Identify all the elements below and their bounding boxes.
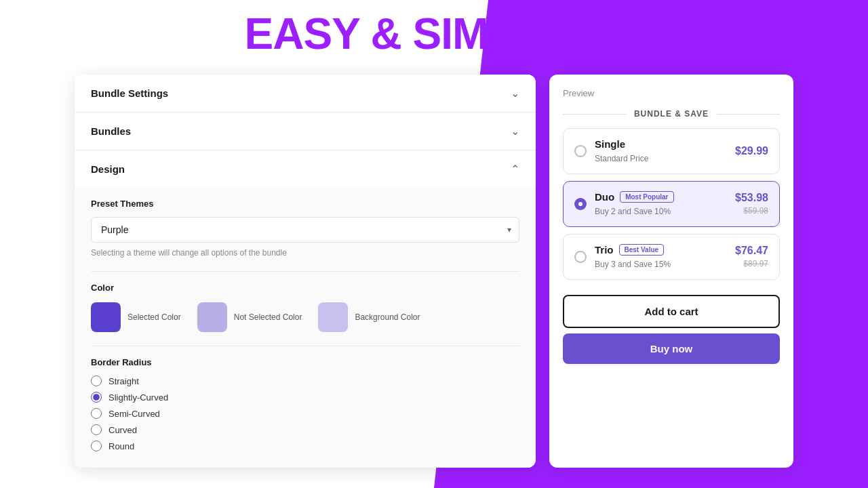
title-black: EASY &: [245, 9, 413, 58]
not-selected-color-item: Not Selected Color: [197, 302, 302, 332]
page-title: EASY & SIMPLE UI: [245, 9, 624, 59]
not-selected-color-label: Not Selected Color: [234, 312, 302, 322]
design-chevron: ⌃: [511, 163, 519, 176]
bundle-price-trio: $76.47 $89.97: [735, 245, 768, 269]
divider-2: [91, 346, 519, 346]
bundle-price-duo: $53.98 $59.98: [735, 192, 768, 216]
bundle-option-duo[interactable]: Duo Most Popular Buy 2 and Save 10% $53.…: [563, 181, 780, 227]
buy-now-button[interactable]: Buy now: [563, 333, 780, 364]
bundle-name-duo: Duo: [595, 191, 614, 203]
right-panel: Preview BUNDLE & SAVE Single Standard Pr…: [549, 75, 793, 468]
bundle-badge-best-value: Best Value: [619, 244, 665, 256]
bundle-settings-header[interactable]: Bundle Settings ⌄: [75, 75, 536, 112]
radio-semi-curved-label: Semi-Curved: [108, 409, 160, 419]
theme-hint: Selecting a theme will change all option…: [91, 248, 519, 258]
background-color-item: Background Color: [318, 302, 420, 332]
bundle-price-single: $29.99: [735, 145, 768, 157]
preset-themes-label: Preset Themes: [91, 199, 519, 209]
radio-curved[interactable]: Curved: [91, 424, 519, 435]
bundle-price-current-duo: $53.98: [735, 192, 768, 204]
bundle-save-title: BUNDLE & SAVE: [634, 109, 709, 119]
design-label: Design: [91, 163, 125, 175]
selected-color-swatch[interactable]: [91, 302, 121, 332]
bundles-label: Bundles: [91, 125, 131, 137]
radio-straight-label: Straight: [108, 376, 139, 386]
bundles-section: Bundles ⌄: [75, 113, 536, 150]
radio-semi-curved[interactable]: Semi-Curved: [91, 408, 519, 419]
bundle-info-trio: Trio Best Value Buy 3 and Save 15%: [595, 244, 727, 270]
design-header[interactable]: Design ⌃: [75, 150, 536, 188]
bundle-price-current-trio: $76.47: [735, 245, 768, 257]
radio-round-input[interactable]: [91, 441, 102, 451]
border-radius-section: Border Radius Straight Slightly-Curved: [91, 357, 519, 451]
preview-label: Preview: [563, 88, 780, 98]
bundle-badge-most-popular: Most Popular: [620, 191, 673, 203]
bundle-save-line-right: [717, 114, 780, 115]
bundle-info-duo: Duo Most Popular Buy 2 and Save 10%: [595, 191, 727, 217]
radio-semi-curved-input[interactable]: [91, 408, 102, 419]
bundle-price-original-duo: $59.98: [743, 206, 768, 216]
bundle-option-single[interactable]: Single Standard Price $29.99: [563, 128, 780, 174]
radio-curved-input[interactable]: [91, 424, 102, 435]
selected-color-item: Selected Color: [91, 302, 181, 332]
bundle-save-header: BUNDLE & SAVE: [563, 109, 780, 119]
bundle-desc-duo: Buy 2 and Save 10%: [595, 207, 671, 216]
title-purple: SIMPLE UI: [412, 9, 623, 58]
bundle-info-single: Single Standard Price: [595, 138, 727, 164]
radio-slightly-curved-input[interactable]: [91, 392, 102, 403]
bundle-price-original-trio: $89.97: [743, 259, 768, 268]
bundle-radio-single: [574, 145, 587, 157]
background-color-swatch[interactable]: [318, 302, 348, 332]
background-color-label: Background Color: [355, 312, 420, 322]
radio-curved-label: Curved: [108, 425, 137, 435]
radio-straight[interactable]: Straight: [91, 375, 519, 386]
main-container: Bundle Settings ⌄ Bundles ⌄ Design ⌃ Pre…: [75, 75, 793, 468]
bundle-name-trio: Trio: [595, 244, 614, 256]
divider-1: [91, 271, 519, 272]
header: EASY & SIMPLE UI: [0, 0, 868, 68]
theme-select[interactable]: Purple Blue Green Red: [91, 217, 519, 243]
selected-color-label: Selected Color: [127, 312, 181, 322]
bundle-settings-section: Bundle Settings ⌄: [75, 75, 536, 113]
bundle-save-line-left: [563, 114, 626, 115]
bundle-name-single: Single: [595, 138, 625, 150]
add-to-cart-button[interactable]: Add to cart: [563, 295, 780, 328]
border-radius-label: Border Radius: [91, 357, 519, 367]
bundles-header[interactable]: Bundles ⌄: [75, 113, 536, 150]
bundle-settings-chevron: ⌄: [511, 87, 519, 100]
bundle-desc-trio: Buy 3 and Save 15%: [595, 260, 671, 269]
radio-straight-input[interactable]: [91, 375, 102, 386]
bundle-radio-trio: [574, 251, 587, 263]
bundle-name-row-single: Single: [595, 138, 727, 150]
bundle-radio-duo: [574, 198, 587, 210]
bundle-name-row-duo: Duo Most Popular: [595, 191, 727, 203]
color-label: Color: [91, 283, 519, 293]
radio-round-label: Round: [108, 441, 134, 451]
design-section: Design ⌃ Preset Themes Purple Blue Green…: [75, 150, 536, 468]
radio-slightly-curved-label: Slightly-Curved: [108, 392, 168, 403]
not-selected-color-swatch[interactable]: [197, 302, 227, 332]
bundles-chevron: ⌄: [511, 125, 519, 138]
bundle-price-current-single: $29.99: [735, 145, 768, 157]
color-swatches: Selected Color Not Selected Color Backgr…: [91, 302, 519, 332]
radio-round[interactable]: Round: [91, 441, 519, 451]
border-radius-radio-group: Straight Slightly-Curved Semi-Curved: [91, 375, 519, 451]
bundle-option-trio[interactable]: Trio Best Value Buy 3 and Save 15% $76.4…: [563, 234, 780, 280]
radio-slightly-curved[interactable]: Slightly-Curved: [91, 392, 519, 403]
bundle-desc-single: Standard Price: [595, 154, 648, 163]
theme-select-wrapper: Purple Blue Green Red ▾: [91, 217, 519, 243]
bundle-name-row-trio: Trio Best Value: [595, 244, 727, 256]
bundle-settings-label: Bundle Settings: [91, 87, 168, 99]
design-content: Preset Themes Purple Blue Green Red ▾ Se…: [75, 188, 536, 468]
left-panel: Bundle Settings ⌄ Bundles ⌄ Design ⌃ Pre…: [75, 75, 536, 468]
